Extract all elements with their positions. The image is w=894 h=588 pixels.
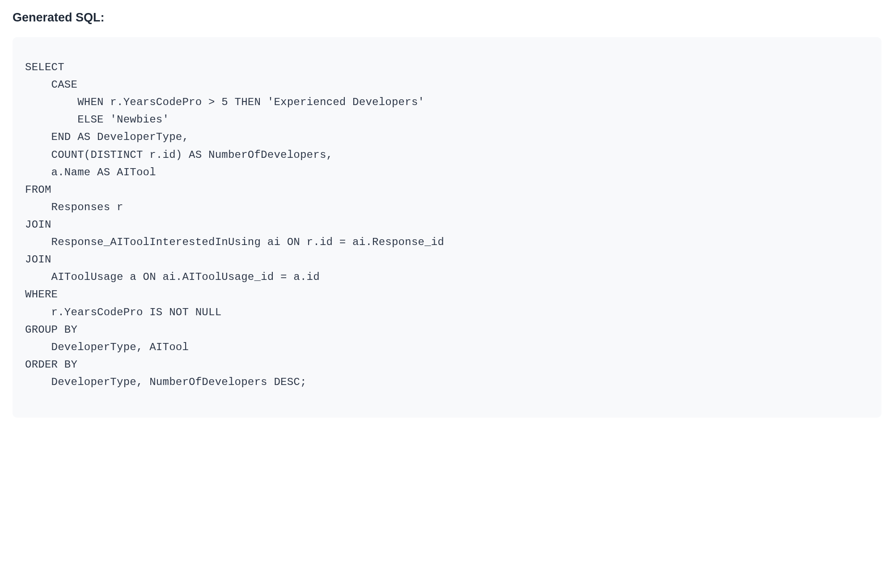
sql-code-block: SELECT CASE WHEN r.YearsCodePro > 5 THEN… xyxy=(13,37,881,418)
section-heading: Generated SQL: xyxy=(13,11,881,25)
